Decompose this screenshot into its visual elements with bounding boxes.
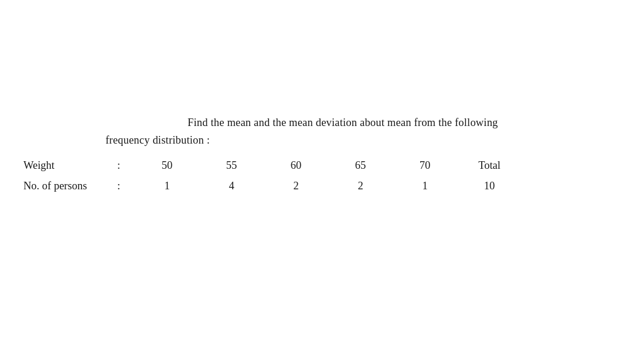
page-container: Find the mean and the mean deviation abo… bbox=[0, 0, 633, 364]
weight-55: 55 bbox=[199, 159, 264, 172]
table-row: Weight : 50 55 60 65 70 Total bbox=[23, 159, 610, 172]
content-block: Find the mean and the mean deviation abo… bbox=[23, 114, 610, 200]
question-line1: Find the mean and the mean deviation abo… bbox=[106, 114, 610, 132]
persons-1: 1 bbox=[135, 180, 199, 192]
weight-total: Total bbox=[457, 159, 522, 172]
weight-70: 70 bbox=[393, 159, 457, 172]
persons-4: 4 bbox=[199, 180, 264, 192]
weight-60: 60 bbox=[264, 159, 328, 172]
question-text: Find the mean and the mean deviation abo… bbox=[23, 114, 610, 149]
weight-colon: : bbox=[117, 159, 135, 172]
persons-values: 1 4 2 2 1 10 bbox=[135, 180, 610, 192]
persons-2b: 2 bbox=[328, 180, 393, 192]
weight-50: 50 bbox=[135, 159, 199, 172]
persons-row: No. of persons : 1 4 2 2 1 10 bbox=[23, 180, 610, 192]
question-line2: frequency distribution : bbox=[106, 132, 610, 149]
persons-10: 10 bbox=[457, 180, 522, 192]
table-section: Weight : 50 55 60 65 70 Total No. of per… bbox=[23, 159, 610, 192]
weight-label: Weight bbox=[23, 159, 117, 172]
persons-label: No. of persons bbox=[23, 180, 117, 192]
weight-values: 50 55 60 65 70 Total bbox=[135, 159, 610, 172]
persons-colon: : bbox=[117, 180, 135, 192]
persons-1b: 1 bbox=[393, 180, 457, 192]
persons-2a: 2 bbox=[264, 180, 328, 192]
weight-65: 65 bbox=[328, 159, 393, 172]
